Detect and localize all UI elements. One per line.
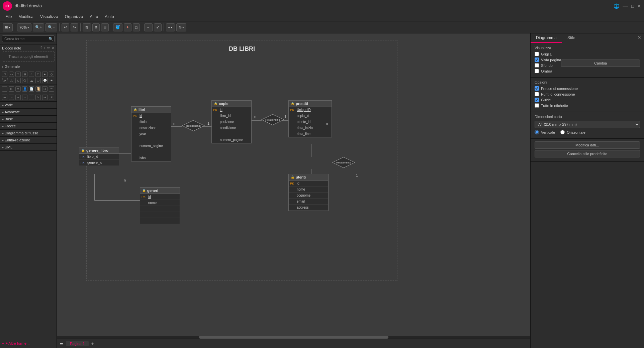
shape-line1[interactable]: ─	[2, 95, 7, 100]
bring-front-btn[interactable]: ⊞	[101, 23, 109, 31]
relationship-diamond-1[interactable]: Relationship	[182, 120, 205, 132]
globe-icon[interactable]: 🌐	[614, 3, 619, 9]
table-copie[interactable]: 🔒 copie PKid libro_id posizione condizio…	[211, 100, 252, 143]
page-size-select[interactable]: A4 (210 mm x 297 mm)	[535, 121, 640, 128]
shape-parallelogram[interactable]: ▱	[2, 78, 8, 83]
shape-callout[interactable]: 💬	[42, 78, 48, 83]
shape-text[interactable]: T	[15, 72, 21, 77]
table-btn[interactable]: ⊕▾	[176, 23, 186, 31]
shape-star[interactable]: ★	[49, 78, 54, 83]
table-generi[interactable]: 🔒 generi PKid nome	[140, 187, 180, 224]
shape-curve1[interactable]: ⌒	[29, 95, 34, 100]
shape-note[interactable]: 📄	[29, 86, 34, 92]
sidebar-section-uml[interactable]: UML	[0, 144, 57, 151]
sidebar-section-base[interactable]: Base	[0, 116, 57, 123]
shape-rect[interactable]: □	[2, 72, 7, 77]
menu-organizza[interactable]: Organizza	[62, 14, 86, 20]
shape-cylinder[interactable]: ⬭	[35, 78, 41, 83]
minimize-icon[interactable]: —	[623, 3, 628, 9]
fill-btn[interactable]: 🪣	[113, 23, 122, 31]
tab-stile[interactable]: Stile	[562, 33, 580, 43]
cancella-stile-btn[interactable]: Cancella stile predefinito	[535, 150, 640, 157]
shape-rect2[interactable]: □	[35, 72, 41, 77]
menu-aiuto[interactable]: Aiuto	[102, 14, 116, 20]
view-toggle-btn[interactable]: ⊞▾	[3, 23, 13, 31]
menu-visualizza[interactable]: Visualizza	[37, 14, 61, 20]
menu-file[interactable]: File	[3, 14, 14, 20]
checkbox-etichette-input[interactable]	[535, 103, 539, 108]
checkbox-frecce-input[interactable]	[535, 86, 539, 91]
checkbox-punti-input[interactable]	[535, 92, 539, 96]
shape-diamond[interactable]: ◇	[49, 72, 54, 77]
shape-process[interactable]: ⊡	[42, 86, 48, 92]
connector-btn[interactable]: →	[144, 23, 153, 31]
search-input[interactable]	[2, 35, 55, 42]
shape-curve2[interactable]: ∿	[35, 95, 41, 100]
sidebar-section-entita[interactable]: Entità-relazione	[0, 137, 57, 144]
menu-altro[interactable]: Altro	[87, 14, 101, 20]
modifica-dati-btn[interactable]: Modifica dati...	[535, 141, 640, 149]
add-icon[interactable]: +	[44, 46, 46, 50]
checkbox-ombra-input[interactable]	[535, 69, 539, 73]
close-icon[interactable]: ✕	[637, 3, 641, 9]
shape-arrow2[interactable]: ⇒	[42, 95, 48, 100]
shape-ellipse[interactable]: ○	[29, 72, 34, 77]
shape-line3[interactable]: ╍	[15, 95, 21, 100]
redo-btn[interactable]: ↪	[71, 23, 78, 31]
shape-wave[interactable]: 〜	[49, 86, 54, 92]
shape-hexagon[interactable]: ⬡	[22, 78, 27, 83]
shape-triangle-r[interactable]: ▷	[9, 86, 14, 92]
drop-zone[interactable]: Trascina qui gli elementi	[2, 51, 55, 62]
shape-scroll[interactable]: 📜	[35, 86, 41, 92]
checkbox-vista-input[interactable]	[535, 57, 539, 62]
menu-modifica[interactable]: Modifica	[16, 14, 36, 20]
close-icon[interactable]: ✕	[52, 46, 55, 50]
undo-btn[interactable]: ↩	[62, 23, 69, 31]
duplicate-btn[interactable]: ⧉	[92, 23, 100, 31]
sidebar-section-generale[interactable]: Generale	[0, 63, 57, 70]
relationship-diamond-3[interactable]: Relationship	[332, 156, 355, 168]
shape-right-tri[interactable]: ◺	[15, 78, 21, 83]
add-shapes-btn[interactable]: + + Altre forme...	[0, 339, 57, 348]
zoom-in-btn[interactable]: 🔍+	[33, 23, 44, 31]
panel-close-btn[interactable]: ✕	[637, 35, 641, 40]
checkbox-griglia-input[interactable]	[535, 52, 539, 56]
maximize-icon[interactable]: □	[631, 4, 634, 9]
insert-btn[interactable]: +▾	[166, 23, 175, 31]
shape-triangle[interactable]: △	[9, 78, 14, 83]
waypoint-btn[interactable]: ↙	[154, 23, 162, 31]
stroke-btn[interactable]: ✦	[124, 23, 131, 31]
sidebar-section-avanzate[interactable]: Avanzate	[0, 109, 57, 116]
help-icon[interactable]: ?	[40, 46, 42, 50]
shape-circle[interactable]: ●	[42, 72, 48, 77]
shape-cross[interactable]: ✚	[15, 86, 21, 92]
sidebar-section-frecce[interactable]: Frecce	[0, 123, 57, 130]
tab-diagramma[interactable]: Diagramma	[531, 33, 562, 43]
sidebar-section-diagramma[interactable]: Diagramma di flusso	[0, 130, 57, 137]
checkbox-guide-input[interactable]	[535, 98, 539, 102]
shape-line2[interactable]: ╌	[9, 95, 14, 100]
canvas-scrollbar[interactable]	[57, 336, 530, 339]
sidebar-section-varie[interactable]: Varie	[0, 102, 57, 109]
shape-arrow-r[interactable]: →	[2, 86, 7, 92]
canvas-area[interactable]: DB LIBRI 🔒 libri PKid titolo descrizione…	[57, 33, 530, 348]
table-prestiti[interactable]: 🔒 prestiti PKUniqueID copia_id utente_id…	[288, 100, 332, 137]
checkbox-sfondo-input[interactable]	[535, 63, 539, 68]
relationship-diamond-2[interactable]: Relationship	[261, 114, 284, 126]
rect-btn[interactable]: □	[133, 23, 140, 31]
canvas-scrollbar-thumb[interactable]	[199, 336, 388, 339]
page-menu-icon[interactable]: ☰	[60, 341, 63, 346]
zoom-out-btn[interactable]: 🔍−	[45, 23, 57, 31]
radio-orizzontale-input[interactable]	[560, 130, 565, 134]
shape-table[interactable]: ⊞	[22, 72, 27, 77]
shape-person[interactable]: 👤	[22, 86, 27, 92]
cambia-sfondo-btn[interactable]: Cambia	[561, 60, 640, 67]
shape-arrow3[interactable]: ↗	[49, 95, 54, 100]
edit-icon[interactable]: ✏	[47, 46, 50, 50]
table-utenti[interactable]: 🔒 utenti PKid nome cognome email address	[288, 174, 329, 211]
add-page-btn[interactable]: +	[91, 341, 94, 346]
table-genere-libro[interactable]: 🔒 genere_libro FKlibro_id FKgenere_id	[79, 147, 119, 166]
delete-btn[interactable]: 🗑	[83, 23, 91, 31]
page-tab-1[interactable]: Pagina-1	[66, 341, 89, 346]
shape-line4[interactable]: ┄	[22, 95, 27, 100]
